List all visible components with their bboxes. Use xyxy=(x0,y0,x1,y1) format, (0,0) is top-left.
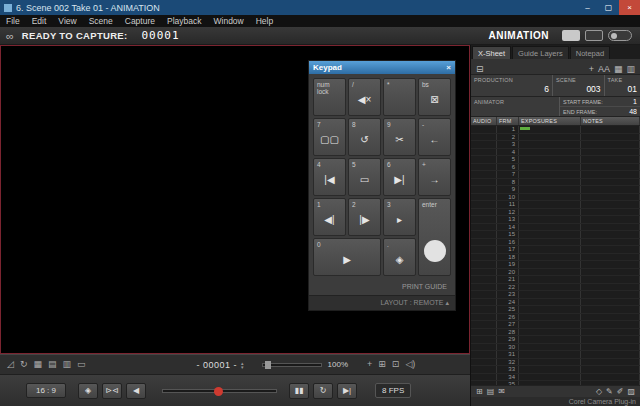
keypad-titlebar[interactable]: Keypad × xyxy=(309,61,455,74)
xsheet-row[interactable]: 4 xyxy=(471,149,640,157)
safe-area-icon[interactable]: ▥ xyxy=(63,360,72,369)
mask-overlay-icon[interactable]: ▤ xyxy=(48,360,57,369)
xsheet-row[interactable]: 7 xyxy=(471,171,640,179)
camera-viewport[interactable]: Keypad × num lock/◀×*bs⊠7▢▢8↺9✂-←4|◀5▭6▶… xyxy=(0,45,470,354)
capture-grid-icon[interactable]: ⊞ xyxy=(476,388,483,396)
keypad-close-icon[interactable]: × xyxy=(446,63,451,72)
xsheet-row[interactable]: 21 xyxy=(471,276,640,284)
xsheet-row[interactable]: 15 xyxy=(471,231,640,239)
key-2[interactable]: 2|▶ xyxy=(348,198,381,236)
close-button[interactable]: × xyxy=(619,0,640,15)
letterbox-icon[interactable]: ▭ xyxy=(77,360,86,369)
xsheet-row[interactable]: 32 xyxy=(471,359,640,367)
zoom-slider[interactable] xyxy=(262,363,322,367)
keypad-layout-selector[interactable]: LAYOUT : REMOTE ▴ xyxy=(309,295,455,310)
xsheet-row[interactable]: 3 xyxy=(471,141,640,149)
xsheet-row[interactable]: 1 xyxy=(471,126,640,134)
xsheet-row[interactable]: 27 xyxy=(471,321,640,329)
step-forward-button[interactable]: ▶| xyxy=(337,383,357,399)
onion-skin-icon[interactable]: ⊡ xyxy=(392,360,400,369)
pen-icon[interactable]: ✐ xyxy=(617,388,624,396)
rows-view-icon[interactable]: ▤ xyxy=(487,388,495,396)
xsheet-row[interactable]: 12 xyxy=(471,209,640,217)
xsheet-row[interactable]: 31 xyxy=(471,351,640,359)
add-row-icon[interactable]: + xyxy=(589,64,594,74)
grid-overlay-icon[interactable]: ▦ xyxy=(33,360,42,369)
rotate-view-icon[interactable]: ↻ xyxy=(20,360,28,369)
key-3[interactable]: 3▸ xyxy=(383,198,416,236)
xsheet-row[interactable]: 34 xyxy=(471,374,640,382)
fps-button[interactable]: 8 FPS xyxy=(375,383,411,398)
menu-help[interactable]: Help xyxy=(250,15,279,27)
speaker-icon[interactable]: ◁) xyxy=(405,360,415,369)
xsheet-row[interactable]: 24 xyxy=(471,299,640,307)
xsheet-row[interactable]: 8 xyxy=(471,179,640,187)
numlock-key[interactable]: num lock xyxy=(313,78,346,116)
print-guide-link[interactable]: PRINT GUIDE xyxy=(309,280,455,295)
xsheet-row[interactable]: 28 xyxy=(471,329,640,337)
stepper-down-icon[interactable]: ▾ xyxy=(241,365,244,369)
xsheet-row[interactable]: 20 xyxy=(471,269,640,277)
dot-key[interactable]: .◈ xyxy=(383,238,416,276)
key-7[interactable]: 7▢▢ xyxy=(313,118,346,156)
pan-tool-icon[interactable]: + xyxy=(367,360,372,369)
xsheet-row[interactable]: 16 xyxy=(471,239,640,247)
xsheet-row[interactable]: 5 xyxy=(471,156,640,164)
xsheet-view-toggle-button[interactable] xyxy=(585,30,603,41)
menu-file[interactable]: File xyxy=(0,15,26,27)
xsheet-row[interactable]: 6 xyxy=(471,164,640,172)
eraser-icon[interactable]: ▨ xyxy=(627,388,635,396)
grid-view-icon[interactable]: ▦ xyxy=(614,64,623,74)
record-button[interactable] xyxy=(424,240,446,262)
menu-capture[interactable]: Capture xyxy=(119,15,161,27)
keypad-toggle-button[interactable]: ◈ xyxy=(78,383,98,399)
xsheet-row[interactable]: 22 xyxy=(471,284,640,292)
xsheet-row[interactable]: 18 xyxy=(471,254,640,262)
minus-key[interactable]: -← xyxy=(418,118,451,156)
pencil-icon[interactable]: ✎ xyxy=(606,388,613,396)
xsheet-row[interactable]: 19 xyxy=(471,261,640,269)
key-0[interactable]: 0▶ xyxy=(313,238,381,276)
xsheet-row[interactable]: 9 xyxy=(471,186,640,194)
timeline-slider[interactable] xyxy=(162,389,277,393)
xsheet-row[interactable]: 13 xyxy=(471,216,640,224)
frame-stepper[interactable]: ▴ ▾ xyxy=(241,361,244,369)
key-8[interactable]: 8↺ xyxy=(348,118,381,156)
playhead-handle[interactable] xyxy=(214,387,223,396)
zoom-handle[interactable] xyxy=(265,361,271,369)
link-icon[interactable]: ∞ xyxy=(6,30,14,42)
backspace-key[interactable]: bs⊠ xyxy=(418,78,451,116)
menu-view[interactable]: View xyxy=(52,15,82,27)
step-back-button[interactable]: ◀ xyxy=(126,383,146,399)
key-4[interactable]: 4|◀ xyxy=(313,158,346,196)
audio-waveform-icon[interactable]: ◿ xyxy=(7,360,14,369)
xsheet-row[interactable]: 30 xyxy=(471,344,640,352)
aspect-ratio-button[interactable]: 16 : 9 xyxy=(26,383,66,398)
menu-playback[interactable]: Playback xyxy=(161,15,208,27)
column-view-icon[interactable]: ▥ xyxy=(626,64,635,74)
tab-guide-layers[interactable]: Guide Layers xyxy=(512,46,569,59)
dual-view-switch[interactable] xyxy=(608,30,632,41)
xsheet-row[interactable]: 33 xyxy=(471,366,640,374)
xsheet-row[interactable]: 29 xyxy=(471,336,640,344)
key-9[interactable]: 9✂ xyxy=(383,118,416,156)
enter-key[interactable]: enter xyxy=(418,198,451,276)
menu-window[interactable]: Window xyxy=(208,15,250,27)
xsheet-row[interactable]: 17 xyxy=(471,246,640,254)
xsheet-row[interactable]: 2 xyxy=(471,134,640,142)
loop-button[interactable]: ↻ xyxy=(313,383,333,399)
menu-edit[interactable]: Edit xyxy=(26,15,53,27)
mail-icon[interactable]: ✉ xyxy=(498,388,505,396)
xsheet-row[interactable]: 26 xyxy=(471,314,640,322)
live-view-toggle-button[interactable] xyxy=(562,30,580,41)
plus-key[interactable]: +→ xyxy=(418,158,451,196)
minimize-button[interactable]: – xyxy=(577,0,598,15)
xsheet-row[interactable]: 14 xyxy=(471,224,640,232)
xsheet-row[interactable]: 23 xyxy=(471,291,640,299)
marker-icon[interactable]: ◇ xyxy=(596,388,602,396)
key-1[interactable]: 1◀| xyxy=(313,198,346,236)
asterisk-key[interactable]: * xyxy=(383,78,416,116)
xsheet-row[interactable]: 25 xyxy=(471,306,640,314)
key-6[interactable]: 6▶| xyxy=(383,158,416,196)
stop-button[interactable]: ▮▮ xyxy=(289,383,309,399)
